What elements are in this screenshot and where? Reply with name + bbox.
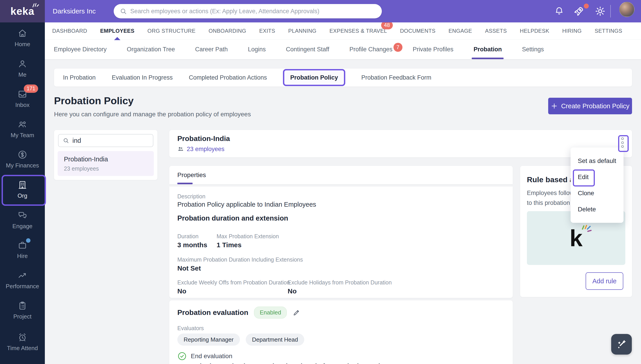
menu-item-edit[interactable]: Edit (578, 169, 588, 185)
tab-probation-feedback-form[interactable]: Probation Feedback Form (362, 74, 431, 81)
policy-search-input[interactable] (72, 137, 144, 144)
exclude-holidays-value: No (288, 287, 296, 295)
sidebar-item-home[interactable]: Home (0, 28, 45, 48)
active-tab-underline (177, 183, 192, 184)
max-duration-label: Maximum Probation Duration Including Ext… (177, 256, 303, 263)
search-icon (62, 137, 69, 144)
sidebar-item-my-finances[interactable]: My Finances (0, 150, 45, 169)
active-nav-triangle-icon (114, 37, 120, 40)
tab-evaluation-in-progress[interactable]: Evaluation In Progress (112, 74, 173, 81)
time-attend-icon (17, 332, 28, 342)
avatar[interactable] (619, 2, 634, 17)
subnav-contingent-staff[interactable]: Contingent Staff (286, 40, 329, 59)
probation-tabs: In Probation Evaluation In Progress Comp… (54, 68, 632, 86)
hire-notification-dot (26, 238, 30, 243)
nav-dashboard[interactable]: DASHBOARD (52, 28, 87, 34)
performance-icon (17, 270, 28, 280)
inbox-badge: 171 (24, 84, 38, 93)
my-team-icon (17, 119, 28, 130)
tab-in-probation[interactable]: In Probation (63, 74, 96, 81)
tab-probation-policy[interactable]: Probation Policy (290, 74, 338, 81)
subnav-employee-directory[interactable]: Employee Directory (54, 40, 107, 59)
description-value: Probation Policy applicable to Indian Em… (177, 201, 316, 208)
policy-employees-link[interactable]: 23 employees (187, 146, 224, 153)
topbar-divider (610, 5, 611, 18)
sidebar-item-time-attend[interactable]: Time Attend (0, 332, 45, 352)
policy-item-employees: 23 employees (64, 166, 99, 172)
evaluator-chip: Reporting Manager (177, 334, 240, 346)
nav-engage[interactable]: ENGAGE (448, 28, 472, 34)
nav-org-structure[interactable]: ORG STRUCTURE (148, 28, 196, 34)
top-bar: keka Darksiders Inc Search employees or … (0, 0, 641, 22)
subnav-private-profiles[interactable]: Private Profiles (413, 40, 454, 59)
nav-assets[interactable]: ASSETS (485, 28, 507, 34)
sidebar-item-label: Hire (17, 252, 28, 260)
org-icon (17, 180, 28, 190)
bell-icon[interactable] (554, 6, 564, 16)
end-evaluation-label: End evaluation (191, 352, 232, 360)
sidebar-item-org[interactable]: Org (0, 180, 45, 199)
nav-documents[interactable]: DOCUMENTS (400, 28, 436, 34)
menu-item-delete[interactable]: Delete (578, 201, 596, 218)
subnav-logins[interactable]: Logins (248, 40, 266, 59)
sidebar-item-me[interactable]: Me (0, 59, 45, 78)
kebab-icon (621, 138, 624, 140)
max-duration-value: Not Set (177, 264, 201, 272)
project-icon (17, 300, 28, 311)
max-extension-value: 1 Times (216, 241, 242, 249)
create-probation-policy-button[interactable]: Create Probation Policy (548, 98, 632, 114)
policy-name: Probation-India (177, 134, 230, 143)
pencil-icon[interactable] (292, 309, 300, 316)
evaluator-chip: Department Head (246, 334, 304, 346)
subnav-probation[interactable]: Probation (474, 40, 502, 59)
subnav-organization-tree[interactable]: Organization Tree (127, 40, 175, 59)
end-evaluation-detail: Probation evaluation completed 10 days b… (189, 363, 380, 364)
sidebar-item-engage[interactable]: Engage (0, 210, 45, 230)
menu-item-set-as-default[interactable]: Set as default (578, 153, 616, 169)
evaluation-title: Probation evaluation (177, 308, 248, 317)
main-nav: DASHBOARD EMPLOYEES ORG STRUCTURE ONBOAR… (45, 22, 641, 40)
add-rule-button[interactable]: Add rule (586, 272, 623, 290)
policy-search-field[interactable] (58, 134, 153, 147)
nav-expenses-travel[interactable]: EXPENSES & TRAVEL 48 (329, 28, 387, 34)
menu-item-clone[interactable]: Clone (578, 185, 594, 201)
duration-label: Duration (177, 233, 199, 240)
sidebar-item-project[interactable]: Project (0, 300, 45, 320)
keka-k-logo: k (570, 226, 583, 250)
sidebar-item-performance[interactable]: Performance (0, 270, 45, 290)
keka-logo[interactable]: keka (0, 0, 45, 22)
subnav-profile-changes[interactable]: Profile Changes 7 (350, 40, 392, 59)
assistant-fab-button[interactable] (611, 334, 632, 354)
policy-context-menu: Set as default Edit Clone Delete (570, 148, 624, 223)
gear-icon[interactable] (594, 6, 606, 17)
subnav-career-path[interactable]: Career Path (195, 40, 228, 59)
check-circle-icon (177, 352, 187, 361)
nav-onboarding[interactable]: ONBOARDING (208, 28, 246, 34)
my-finances-icon (17, 150, 28, 160)
policy-list-item-selected[interactable]: Probation-India 23 employees (58, 151, 154, 176)
people-icon (177, 146, 184, 152)
home-icon (17, 28, 28, 38)
nav-hiring[interactable]: HIRING (562, 28, 582, 34)
hire-icon (17, 240, 28, 250)
nav-helpdesk[interactable]: HELPDESK (520, 28, 549, 34)
sidebar-item-my-team[interactable]: My Team (0, 119, 45, 139)
tab-completed-probation-actions[interactable]: Completed Probation Actions (189, 74, 267, 81)
global-search-input[interactable]: Search employees or actions (Ex: Apply L… (114, 4, 382, 18)
sidebar-item-hire[interactable]: Hire (0, 240, 45, 260)
nav-employees[interactable]: EMPLOYEES (100, 28, 134, 34)
tab-properties[interactable]: Properties (177, 166, 206, 184)
kebab-menu-button[interactable] (620, 136, 625, 148)
sidebar-item-label: Me (18, 71, 26, 78)
nav-planning[interactable]: PLANNING (288, 28, 316, 34)
sidebar-item-label: Time Attend (7, 345, 38, 352)
subnav-settings[interactable]: Settings (522, 40, 544, 59)
sidebar-item-label: Org (18, 192, 27, 199)
page-title: Probation Policy (54, 95, 134, 107)
nav-exits[interactable]: EXITS (259, 28, 275, 34)
rocket-icon[interactable] (573, 6, 585, 17)
highlight-box-probation-policy-tab: Probation Policy (283, 69, 345, 86)
nav-settings[interactable]: SETTINGS (594, 28, 622, 34)
duration-section-title: Probation duration and extension (177, 214, 288, 222)
sidebar-item-inbox[interactable]: 171 Inbox (0, 89, 45, 108)
